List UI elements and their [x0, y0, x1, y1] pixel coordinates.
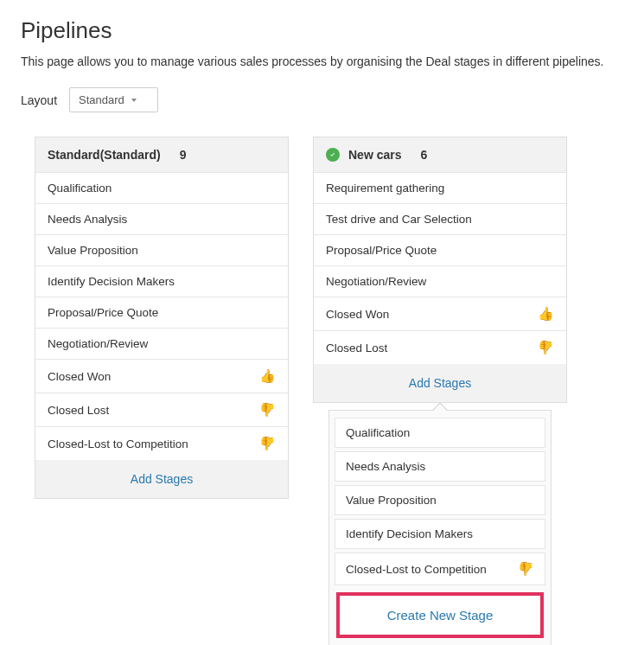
stage-item[interactable]: Closed Won 👍 — [314, 297, 566, 330]
stage-item[interactable]: Closed Lost 👎 — [35, 393, 288, 426]
stage-label: Value Proposition — [48, 244, 138, 257]
popover-stage-option[interactable]: Qualification — [335, 418, 545, 448]
popover-stage-option[interactable]: Identify Decision Makers — [335, 519, 545, 549]
pipeline-header: Standard(Standard) 9 — [35, 137, 288, 172]
stage-item[interactable]: Value Proposition — [35, 234, 288, 265]
pipeline-header: New cars 6 — [314, 137, 566, 172]
stage-item[interactable]: Test drive and Car Selection — [314, 203, 566, 234]
stage-label: Qualification — [48, 182, 112, 195]
popover-item-label: Value Proposition — [346, 494, 437, 507]
popover-item-label: Identify Decision Makers — [346, 527, 473, 540]
stage-item[interactable]: Closed-Lost to Competition 👎 — [35, 426, 288, 460]
stage-label: Needs Analysis — [48, 213, 127, 226]
thumb-down-icon: 👎 — [518, 561, 534, 577]
stage-item[interactable]: Negotiation/Review — [35, 328, 288, 359]
stage-label: Closed Won — [326, 308, 389, 321]
pipeline-name: New cars — [348, 148, 401, 162]
page-title: Pipelines — [21, 17, 623, 44]
pipeline-card-standard: Standard(Standard) 9 Qualification Needs… — [35, 137, 289, 499]
pipeline-card-new-cars: New cars 6 Requirement gathering Test dr… — [313, 137, 567, 403]
add-stages-button[interactable]: Add Stages — [314, 364, 566, 402]
stage-label: Identify Decision Makers — [48, 275, 175, 288]
pipeline-name: Standard(Standard) — [48, 148, 161, 162]
stage-item[interactable]: Requirement gathering — [314, 172, 566, 203]
stage-item[interactable]: Proposal/Price Quote — [314, 234, 566, 265]
stage-item[interactable]: Proposal/Price Quote — [35, 297, 288, 328]
popover-item-label: Closed-Lost to Competition — [346, 563, 487, 576]
stage-label: Closed Lost — [326, 342, 387, 354]
pipeline-count: 6 — [420, 148, 427, 162]
popover-stage-option[interactable]: Closed-Lost to Competition 👎 — [335, 552, 545, 585]
add-stages-popover: Qualification Needs Analysis Value Propo… — [328, 410, 552, 645]
stage-label: Negotiation/Review — [326, 275, 426, 288]
thumb-down-icon: 👎 — [259, 402, 276, 418]
stage-label: Closed Lost — [48, 404, 109, 417]
thumb-down-icon: 👎 — [538, 340, 554, 355]
check-circle-icon — [326, 148, 340, 162]
popover-stage-option[interactable]: Needs Analysis — [335, 451, 545, 482]
stage-item[interactable]: Closed Lost 👎 — [314, 330, 566, 364]
stage-label: Test drive and Car Selection — [326, 213, 472, 226]
chevron-down-icon — [131, 99, 137, 102]
create-new-stage-button[interactable]: Create New Stage — [336, 592, 544, 638]
thumb-down-icon: 👎 — [259, 436, 276, 451]
stage-label: Requirement gathering — [326, 182, 444, 195]
add-stages-button[interactable]: Add Stages — [35, 460, 288, 498]
page-description: This page allows you to manage various s… — [21, 54, 623, 68]
layout-selected-value: Standard — [79, 93, 124, 106]
popover-item-label: Qualification — [346, 426, 410, 439]
stage-item[interactable]: Qualification — [35, 172, 288, 203]
layout-select[interactable]: Standard — [69, 87, 158, 112]
thumb-up-icon: 👍 — [538, 306, 554, 322]
thumb-up-icon: 👍 — [259, 368, 276, 384]
stage-item[interactable]: Identify Decision Makers — [35, 265, 288, 297]
stage-item[interactable]: Closed Won 👍 — [35, 359, 288, 393]
stage-label: Closed-Lost to Competition — [48, 437, 188, 450]
popover-item-label: Needs Analysis — [346, 460, 425, 473]
stage-label: Negotiation/Review — [48, 337, 148, 350]
stage-item[interactable]: Negotiation/Review — [314, 265, 566, 297]
stage-label: Proposal/Price Quote — [326, 244, 437, 257]
stage-item[interactable]: Needs Analysis — [35, 203, 288, 234]
stage-label: Proposal/Price Quote — [48, 306, 158, 319]
pipeline-count: 9 — [180, 148, 187, 162]
stage-label: Closed Won — [48, 370, 111, 383]
layout-label: Layout — [21, 93, 57, 107]
popover-stage-option[interactable]: Value Proposition — [335, 485, 545, 515]
